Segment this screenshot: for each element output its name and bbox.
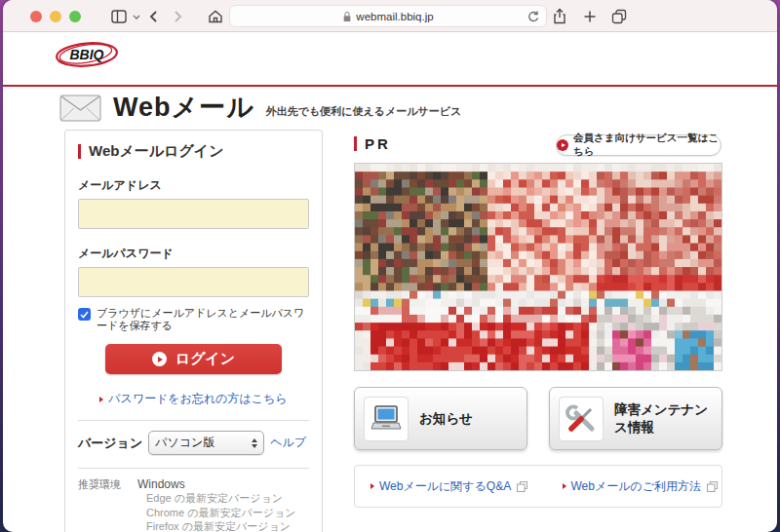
login-panel-title: Webメールログイン (89, 142, 224, 161)
version-label: バージョン (78, 435, 142, 452)
red-accent-bar (78, 144, 81, 159)
email-input[interactable] (78, 199, 309, 229)
forward-icon[interactable] (169, 8, 186, 25)
maintenance-info-button[interactable]: 障害メンテナンス情報 (549, 387, 722, 450)
login-button-label: ログイン (176, 350, 235, 368)
tools-icon (559, 397, 604, 441)
red-accent-bar (354, 136, 357, 151)
header-divider (3, 85, 777, 87)
pr-ad-collage[interactable] (354, 163, 722, 371)
help-link[interactable]: ヘルプ (270, 435, 306, 451)
recommended-env-section: 推奨環境 Windows Edge の最新安定バージョン Chrome の最新安… (78, 477, 309, 532)
sidebar-icon[interactable] (110, 8, 128, 25)
external-link-icon (516, 480, 528, 493)
external-link-icon (706, 480, 719, 493)
arrow-bullet-icon (99, 397, 103, 402)
minimize-window-button[interactable] (50, 11, 61, 22)
email-label: メールアドレス (78, 177, 309, 194)
version-select[interactable]: パソコン版 (148, 431, 264, 455)
arrow-circle-icon (152, 352, 167, 366)
forgot-password-link[interactable]: パスワードをお忘れの方はこちら (108, 391, 287, 407)
close-window-button[interactable] (30, 11, 42, 22)
pr-title-row: PR (354, 135, 391, 152)
pr-title: PR (365, 135, 391, 152)
env-title: 推奨環境 (78, 477, 124, 532)
url-text: webmail.bbiq.jp (356, 11, 433, 22)
forgot-password-row: パスワードをお忘れの方はこちら (78, 391, 309, 407)
address-bar[interactable]: webmail.bbiq.jp (229, 5, 547, 27)
remember-row: ブラウザにメールアドレスとメールパスワードを保存する (78, 307, 309, 332)
password-input[interactable] (78, 267, 309, 297)
back-icon[interactable] (145, 8, 163, 25)
divider (78, 420, 309, 421)
browser-toolbar: webmail.bbiq.jp (3, 0, 777, 32)
member-services-button[interactable]: 会員さま向けサービス一覧はこちら (556, 134, 722, 156)
webmail-usage-link[interactable]: Webメールのご利用方法 (571, 478, 702, 495)
check-icon (80, 311, 89, 319)
env-os-windows: Windows (137, 477, 295, 491)
qa-link-row: Webメールに関するQ&A (370, 478, 530, 495)
share-icon[interactable] (551, 8, 568, 25)
arrow-bullet-icon (370, 483, 374, 489)
version-selected-value: パソコン版 (155, 435, 214, 451)
env-list: Windows Edge の最新安定バージョン Chrome の最新安定バージョ… (137, 477, 295, 532)
remember-label: ブラウザにメールアドレスとメールパスワードを保存する (97, 307, 309, 332)
tabs-overview-icon[interactable] (610, 8, 628, 25)
lock-icon (342, 11, 352, 22)
envelope-icon (59, 95, 101, 122)
env-item: Firefox の最新安定バージョン (146, 520, 295, 532)
select-stepper-icon (252, 438, 257, 448)
news-button-label: お知らせ (419, 410, 473, 428)
divider (78, 468, 309, 469)
env-item: Chrome の最新安定バージョン (146, 507, 295, 520)
new-tab-icon[interactable] (581, 8, 599, 25)
password-label: メールパスワード (78, 246, 309, 262)
webmail-qa-link[interactable]: Webメールに関するQ&A (379, 478, 511, 495)
pixelated-ad-image (355, 164, 722, 370)
safari-window: webmail.bbiq.jp BBIQ Webメール 外出先でも便利に使えるメ… (3, 0, 777, 532)
page-tagline: 外出先でも便利に使えるメールサービス (266, 104, 462, 119)
service-header: Webメール 外出先でも便利に使えるメールサービス (59, 90, 461, 125)
maintenance-button-label: 障害メンテナンス情報 (614, 401, 713, 437)
usage-link-row: Webメールのご利用方法 (563, 478, 722, 495)
login-button[interactable]: ログイン (105, 344, 282, 374)
laptop-icon (364, 397, 409, 441)
news-button[interactable]: お知らせ (354, 387, 527, 450)
remember-checkbox[interactable] (78, 308, 91, 321)
env-item: Edge の最新安定バージョン (146, 492, 295, 506)
logo-text: BBIQ (70, 47, 104, 62)
version-row: バージョン パソコン版 ヘルプ (78, 431, 309, 455)
footer-links-box: Webメールに関するQ&A Webメールのご利用方法 (354, 465, 722, 508)
maximize-window-button[interactable] (69, 11, 81, 22)
reload-icon[interactable] (526, 10, 540, 23)
bbiq-logo[interactable]: BBIQ (54, 39, 120, 70)
chevron-down-icon[interactable] (131, 8, 142, 25)
arrow-bullet-icon (563, 483, 566, 489)
login-panel-title-row: Webメールログイン (78, 142, 309, 161)
member-services-label: 会員さま向けサービス一覧はこちら (573, 132, 721, 159)
login-panel: Webメールログイン メールアドレス メールパスワード ブラウザにメールアドレス… (64, 130, 323, 532)
home-icon[interactable] (207, 8, 224, 25)
arrow-circle-icon (557, 139, 568, 151)
page-title: Webメール (113, 90, 254, 125)
